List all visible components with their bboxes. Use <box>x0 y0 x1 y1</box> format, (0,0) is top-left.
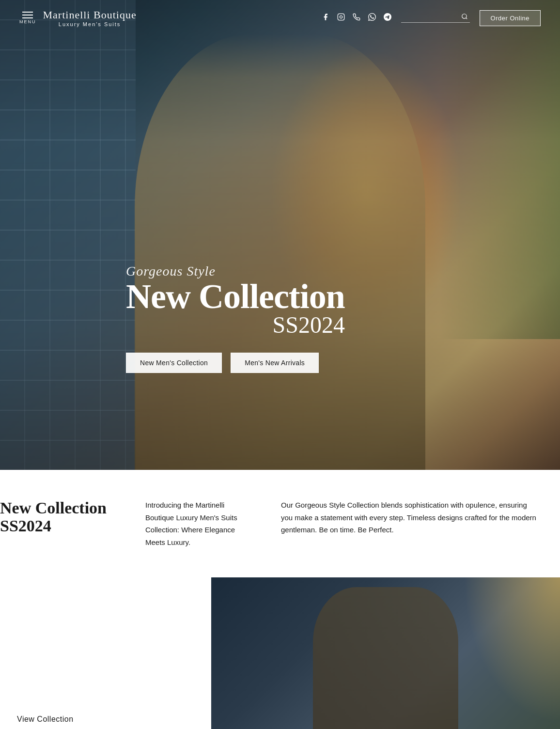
instagram-icon[interactable] <box>337 13 345 23</box>
hero-buttons: New Men's Collection Men's New Arrivals <box>126 353 345 373</box>
mens-collection-button[interactable]: New Men's Collection <box>126 353 222 373</box>
description-body-col: Our Gorgeous Style Collection blends sop… <box>271 499 560 548</box>
site-header: MENU Martinelli Boutique Luxury Men's Su… <box>0 0 560 36</box>
description-intro-text: Introducing the Martinelli Boutique Luxu… <box>145 499 252 548</box>
telegram-icon[interactable] <box>384 13 391 23</box>
hamburger-icon <box>22 12 33 18</box>
whatsapp-icon[interactable] <box>368 13 376 23</box>
description-body-text: Our Gorgeous Style Collection blends sop… <box>281 499 541 536</box>
order-online-button[interactable]: Order Online <box>480 10 541 26</box>
brand-tagline: Luxury Men's Suits <box>43 21 137 27</box>
svg-line-3 <box>466 18 467 19</box>
view-collection-button[interactable]: View Collection <box>0 706 91 729</box>
second-image-bg <box>211 577 560 729</box>
description-heading: New Collection SS2024 <box>0 499 116 548</box>
menu-button[interactable]: MENU <box>19 12 36 24</box>
second-image-container <box>211 577 560 729</box>
second-light-overlay <box>463 577 560 723</box>
facebook-icon[interactable] <box>322 13 329 23</box>
hero-dark-overlay <box>0 0 560 470</box>
description-intro-col: Introducing the Martinelli Boutique Luxu… <box>116 499 271 548</box>
hero-title: New Collection <box>126 279 345 314</box>
second-image-section: View Collection <box>0 577 560 729</box>
menu-label: MENU <box>19 19 36 24</box>
phone-icon[interactable] <box>353 13 360 23</box>
description-section: New Collection SS2024 Introducing the Ma… <box>0 470 560 577</box>
description-title-line2: SS2024 <box>0 517 116 535</box>
second-figure-overlay <box>313 587 458 729</box>
hero-section: MENU Martinelli Boutique Luxury Men's Su… <box>0 0 560 470</box>
search-input[interactable] <box>401 14 459 21</box>
brand-logo: Martinelli Boutique Luxury Men's Suits <box>43 9 137 27</box>
social-icons <box>322 13 391 23</box>
brand-name: Martinelli Boutique <box>43 9 137 21</box>
svg-rect-0 <box>338 14 344 20</box>
header-right: Order Online <box>322 10 541 26</box>
hero-content: Gorgeous Style New Collection SS2024 New… <box>126 264 345 373</box>
hero-background <box>0 0 560 470</box>
new-arrivals-button[interactable]: Men's New Arrivals <box>231 353 319 373</box>
svg-point-2 <box>462 14 466 18</box>
search-bar <box>401 13 470 23</box>
search-button[interactable] <box>459 13 470 21</box>
description-title-line1: New Collection <box>0 499 116 517</box>
header-left: MENU Martinelli Boutique Luxury Men's Su… <box>19 9 137 27</box>
